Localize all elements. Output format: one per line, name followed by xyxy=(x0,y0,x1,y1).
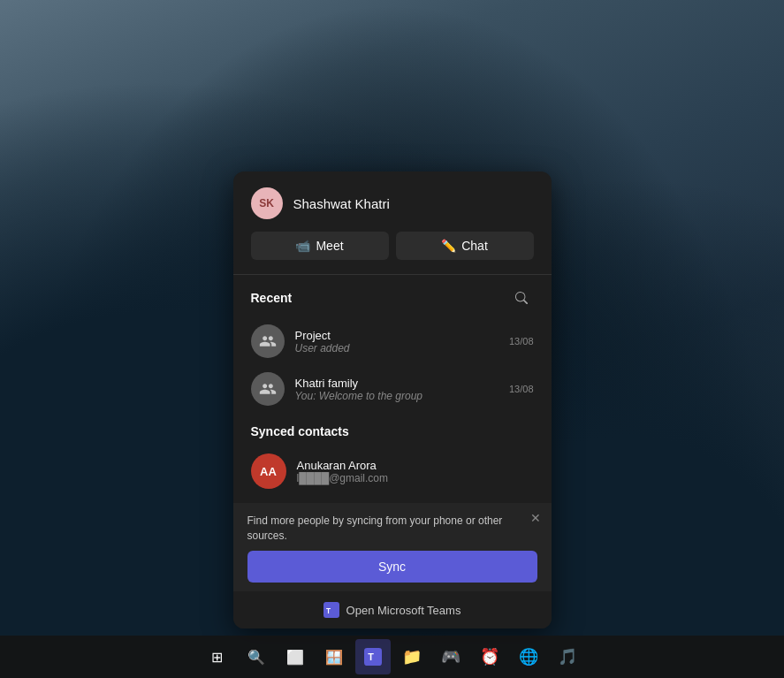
spotify-button[interactable]: 🎵 xyxy=(550,639,585,674)
chat-avatar-khatri-family xyxy=(251,372,285,406)
synced-contacts-header: Synced contacts xyxy=(233,413,552,446)
task-view-button[interactable]: ⬜ xyxy=(278,639,313,674)
panel-header: SK Shashwat Khatri xyxy=(233,171,552,232)
search-recent-button[interactable] xyxy=(509,286,534,310)
chat-button[interactable]: ✏️ Chat xyxy=(396,232,534,260)
svg-text:T: T xyxy=(326,607,331,615)
video-icon: 📹 xyxy=(295,239,310,253)
chat-item-khatri-family[interactable]: Khatri family You: Welcome to the group … xyxy=(233,365,552,413)
meet-button[interactable]: 📹 Meet xyxy=(251,232,389,260)
chat-time-project: 13/08 xyxy=(509,336,534,347)
notification-close-button[interactable]: ✕ xyxy=(530,512,541,524)
open-teams-button[interactable]: T Open Microsoft Teams xyxy=(233,591,552,628)
divider-1 xyxy=(233,274,552,275)
chat-info-project: Project User added xyxy=(295,329,499,354)
chat-preview-khatri-family: You: Welcome to the group xyxy=(295,390,499,402)
search-button[interactable]: 🔍 xyxy=(239,639,274,674)
teams-taskbar-icon: T xyxy=(364,648,382,666)
chat-time-khatri-family: 13/08 xyxy=(509,384,534,394)
taskbar: ⊞ 🔍 ⬜ 🪟 T 📁 🎮 ⏰ 🌐 🎵 xyxy=(0,636,784,678)
chat-name-khatri-family: Khatri family xyxy=(295,377,499,390)
clock-button[interactable]: ⏰ xyxy=(472,639,507,674)
notification-text: Find more people by syncing from your ph… xyxy=(247,514,537,544)
start-button[interactable]: ⊞ xyxy=(200,639,235,674)
open-teams-label: Open Microsoft Teams xyxy=(346,604,461,617)
synced-contacts-title: Synced contacts xyxy=(251,424,349,438)
notification-bar: Find more people by syncing from your ph… xyxy=(233,503,552,591)
file-explorer-button[interactable]: 📁 xyxy=(394,639,430,674)
chat-info-khatri-family: Khatri family You: Welcome to the group xyxy=(295,377,499,402)
windows-store-button[interactable]: 🪟 xyxy=(316,639,352,674)
user-avatar: SK xyxy=(251,187,283,219)
teams-logo-icon: T xyxy=(323,602,339,618)
chat-name-project: Project xyxy=(295,329,499,342)
contact-name-aa: Anukaran Arora xyxy=(297,459,534,472)
contact-item-aa[interactable]: AA Anukaran Arora l████@gmail.com xyxy=(233,446,552,503)
contact-info-aa: Anukaran Arora l████@gmail.com xyxy=(297,459,534,484)
teams-taskbar-button[interactable]: T xyxy=(355,639,391,674)
teams-popup-panel: SK Shashwat Khatri 📹 Meet ✏️ Chat Recent xyxy=(233,171,552,628)
contact-email-aa: l████@gmail.com xyxy=(297,472,534,484)
sync-button[interactable]: Sync xyxy=(247,551,537,583)
action-buttons: 📹 Meet ✏️ Chat xyxy=(233,232,552,274)
xbox-button[interactable]: 🎮 xyxy=(433,639,468,674)
chat-preview-project: User added xyxy=(295,342,499,354)
chat-item-project[interactable]: Project User added 13/08 xyxy=(233,317,552,365)
chat-avatar-project xyxy=(251,324,285,358)
recent-section-header: Recent xyxy=(233,278,552,317)
svg-text:T: T xyxy=(368,651,374,662)
contact-avatar-aa: AA xyxy=(251,453,286,489)
recent-title: Recent xyxy=(251,291,293,305)
chrome-button[interactable]: 🌐 xyxy=(511,639,546,674)
user-name: Shashwat Khatri xyxy=(293,196,390,211)
chat-icon: ✏️ xyxy=(441,239,456,253)
